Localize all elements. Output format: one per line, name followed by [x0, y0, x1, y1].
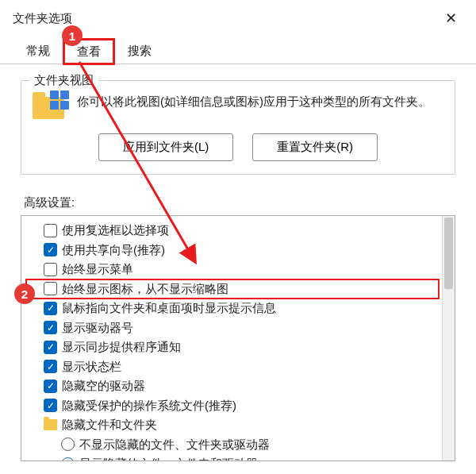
adv-item-6[interactable]: ✓显示同步提供程序通知: [26, 337, 439, 357]
group-label: 文件夹视图: [29, 73, 98, 88]
adv-item-9[interactable]: ✓隐藏受保护的操作系统文件(推荐): [26, 396, 439, 416]
adv-item-8[interactable]: ✓隐藏空的驱动器: [26, 376, 439, 396]
checkbox[interactable]: [44, 282, 57, 295]
content-area: 文件夹视图 你可以将此视图(如详细信息或图标)应用于这种类型的所有文件夹。 应用…: [0, 64, 476, 461]
adv-item-0[interactable]: 使用复选框以选择项: [26, 221, 439, 241]
item-label: 使用共享向导(推荐): [62, 241, 165, 260]
adv-item-11[interactable]: 不显示隐藏的文件、文件夹或驱动器: [26, 435, 439, 455]
adv-item-12[interactable]: 显示隐藏的文件、文件夹和驱动器: [26, 454, 439, 461]
item-label: 隐藏空的驱动器: [62, 377, 145, 395]
radio[interactable]: [61, 457, 75, 461]
close-icon[interactable]: ✕: [436, 6, 466, 30]
item-label: 显示同步提供程序通知: [62, 338, 181, 356]
folder-views-group: 文件夹视图 你可以将此视图(如详细信息或图标)应用于这种类型的所有文件夹。 应用…: [21, 80, 455, 175]
reset-folders-button[interactable]: 重置文件夹(R): [252, 133, 378, 161]
advanced-settings-list: 使用复选框以选择项✓使用共享向导(推荐)始终显示菜单始终显示图标，从不显示缩略图…: [21, 216, 442, 461]
checkbox[interactable]: ✓: [44, 399, 57, 412]
folder-icon: [44, 419, 57, 430]
annotation-badge-1: 1: [62, 25, 83, 46]
tab-search[interactable]: 搜索: [114, 38, 165, 64]
checkbox[interactable]: [44, 263, 57, 276]
tab-general[interactable]: 常规: [13, 38, 63, 64]
folder-views-icon: [33, 92, 67, 122]
checkbox[interactable]: ✓: [44, 302, 57, 315]
scrollbar[interactable]: [442, 216, 455, 461]
scroll-thumb[interactable]: [444, 218, 453, 289]
item-label: 不显示隐藏的文件、文件夹或驱动器: [79, 436, 270, 454]
adv-item-2[interactable]: 始终显示菜单: [26, 260, 439, 279]
item-label: 显示驱动器号: [62, 319, 133, 337]
adv-item-4[interactable]: ✓鼠标指向文件夹和桌面项时显示提示信息: [26, 299, 439, 318]
item-label: 显示隐藏的文件、文件夹和驱动器: [79, 455, 258, 461]
adv-item-1[interactable]: ✓使用共享向导(推荐): [26, 241, 439, 260]
advanced-settings-box: 使用复选框以选择项✓使用共享向导(推荐)始终显示菜单始终显示图标，从不显示缩略图…: [21, 215, 455, 461]
item-label: 始终显示菜单: [62, 260, 133, 279]
annotation-badge-2: 2: [14, 283, 35, 304]
item-label: 鼠标指向文件夹和桌面项时显示提示信息: [62, 299, 276, 318]
checkbox[interactable]: ✓: [44, 360, 57, 373]
radio[interactable]: [61, 437, 75, 451]
checkbox[interactable]: ✓: [44, 321, 57, 334]
adv-item-3[interactable]: 始终显示图标，从不显示缩略图: [26, 279, 439, 299]
apply-to-folders-button[interactable]: 应用到文件夹(L): [98, 133, 233, 161]
item-label: 使用复选框以选择项: [62, 222, 169, 240]
item-label: 隐藏受保护的操作系统文件(推荐): [62, 397, 236, 415]
adv-item-10[interactable]: 隐藏文件和文件夹: [26, 415, 439, 435]
checkbox[interactable]: ✓: [44, 380, 57, 393]
checkbox[interactable]: ✓: [44, 243, 57, 256]
item-label: 显示状态栏: [62, 358, 121, 376]
folder-views-description: 你可以将此视图(如详细信息或图标)应用于这种类型的所有文件夹。: [77, 92, 430, 111]
advanced-settings-label: 高级设置:: [24, 195, 455, 210]
checkbox[interactable]: ✓: [44, 341, 57, 354]
checkbox[interactable]: [44, 224, 57, 237]
window-title: 文件夹选项: [13, 11, 72, 26]
item-label: 始终显示图标，从不显示缩略图: [62, 280, 228, 299]
adv-item-5[interactable]: ✓显示驱动器号: [26, 318, 439, 338]
item-label: 隐藏文件和文件夹: [62, 416, 157, 434]
adv-item-7[interactable]: ✓显示状态栏: [26, 357, 439, 377]
